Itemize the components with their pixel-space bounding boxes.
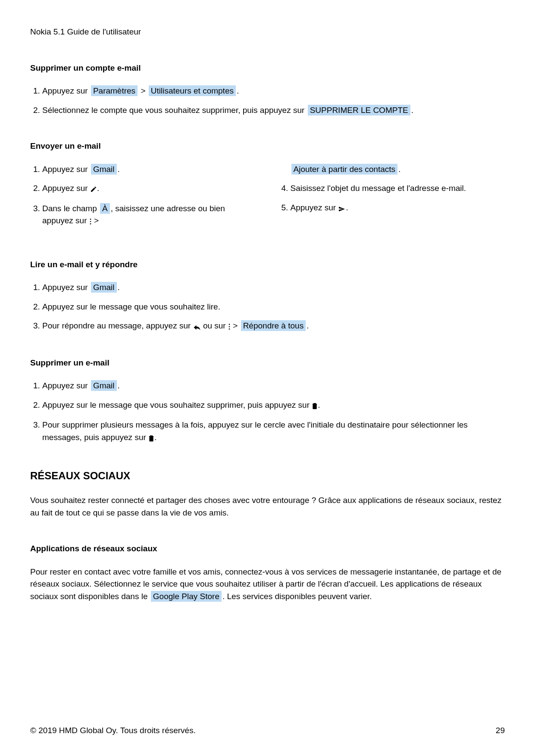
steps-send-email-left: Appuyez sur Gmail. Appuyez sur . Dans le… [30, 163, 257, 228]
text: Appuyez sur [42, 283, 90, 292]
ui-label-play-store: Google Play Store [151, 591, 222, 602]
text: Pour supprimer plusieurs messages à la f… [42, 420, 468, 442]
page-number: 29 [496, 725, 505, 737]
page-header: Nokia 5.1 Guide de l'utilisateur [30, 26, 505, 38]
text: . [118, 381, 120, 390]
list-item: Pour supprimer plusieurs messages à la f… [42, 419, 505, 444]
text: . [398, 165, 400, 174]
text: . [346, 203, 348, 212]
text: Appuyez sur [42, 86, 90, 95]
section-heading-delete-account: Supprimer un compte e-mail [30, 62, 505, 75]
list-item: Appuyez sur . [291, 202, 505, 215]
ui-label-gmail: Gmail [91, 380, 117, 391]
list-item: Appuyez sur Gmail. [42, 163, 257, 176]
ui-label-reply-all: Répondre à tous [241, 320, 306, 331]
send-icon [338, 203, 346, 215]
list-item: Saisissez l'objet du message et l'adress… [291, 182, 505, 195]
text: Sélectionnez le compte que vous souhaite… [42, 106, 307, 115]
svg-point-4 [229, 326, 230, 328]
text: > [231, 321, 240, 330]
text: . [97, 184, 99, 193]
list-item: Pour répondre au message, appuyez sur ou… [42, 320, 505, 333]
ui-label-settings: Paramètres [91, 85, 138, 96]
list-item: Appuyez sur le message que vous souhaite… [42, 301, 505, 313]
text: Appuyez sur [42, 381, 90, 390]
text: Appuyez sur [42, 184, 90, 193]
steps-delete-email: Appuyez sur Gmail. Appuyez sur le messag… [30, 380, 505, 444]
svg-point-3 [229, 324, 230, 325]
text: Appuyez sur le message que vous souhaite… [42, 400, 312, 409]
delete-icon [148, 432, 154, 445]
list-item: Dans le champ À, saisissez une adresse o… [42, 203, 257, 228]
list-item: Appuyez sur Paramètres > Utilisateurs et… [42, 85, 505, 97]
text: ou sur [201, 321, 228, 330]
list-item: Appuyez sur Gmail. [42, 380, 505, 392]
compose-icon [90, 183, 97, 196]
text: Appuyez sur [42, 165, 90, 174]
footer: © 2019 HMD Global Oy. Tous droits réserv… [30, 725, 505, 737]
ui-label-add-from-contacts: Ajouter à partir des contacts [291, 164, 398, 175]
text: . [154, 433, 156, 442]
text: . Les services disponibles peuvent varie… [222, 592, 372, 601]
ui-label-to-field: À [100, 203, 110, 214]
section-heading-read-reply: Lire un e-mail et y répondre [30, 259, 505, 271]
text: . [307, 321, 309, 330]
steps-read-reply: Appuyez sur Gmail. Appuyez sur le messag… [30, 281, 505, 333]
copyright: © 2019 HMD Global Oy. Tous droits réserv… [30, 725, 196, 737]
social-intro: Vous souhaitez rester connecté et partag… [30, 494, 505, 519]
steps-delete-account: Appuyez sur Paramètres > Utilisateurs et… [30, 85, 505, 116]
steps-send-email-right: Saisissez l'objet du message et l'adress… [278, 182, 505, 215]
svg-point-0 [90, 219, 91, 220]
delete-icon [312, 400, 318, 412]
text: > [138, 86, 148, 95]
ui-label-remove-account: SUPPRIMER LE COMPTE [308, 105, 410, 116]
text: Dans le champ [42, 204, 99, 213]
social-body: Pour rester en contact avec votre famill… [30, 566, 505, 603]
list-item: Sélectionnez le compte que vous souhaite… [42, 104, 505, 117]
ui-label-gmail: Gmail [91, 282, 117, 293]
svg-point-5 [229, 328, 230, 330]
svg-point-2 [90, 223, 91, 225]
text: Appuyez sur [291, 203, 338, 212]
list-item: Appuyez sur . [42, 182, 257, 196]
text: . [118, 165, 120, 174]
svg-point-1 [90, 221, 91, 222]
ui-label-gmail: Gmail [91, 164, 117, 175]
text: . [318, 400, 320, 409]
text: > [92, 216, 99, 225]
section-heading-social: RÉSEAUX SOCIAUX [30, 468, 505, 484]
text: . [237, 86, 239, 95]
section-subheading-social-apps: Applications de réseaux sociaux [30, 543, 505, 555]
reply-icon [193, 321, 201, 333]
ui-label-users-accounts: Utilisateurs et comptes [149, 85, 236, 96]
section-heading-delete-email: Supprimer un e-mail [30, 357, 505, 369]
section-heading-send-email: Envoyer un e-mail [30, 140, 505, 153]
list-item: Appuyez sur Gmail. [42, 281, 505, 294]
text: . [118, 283, 120, 292]
text: . [411, 106, 413, 115]
text: Pour répondre au message, appuyez sur [42, 321, 193, 330]
list-item: Appuyez sur le message que vous souhaite… [42, 399, 505, 412]
